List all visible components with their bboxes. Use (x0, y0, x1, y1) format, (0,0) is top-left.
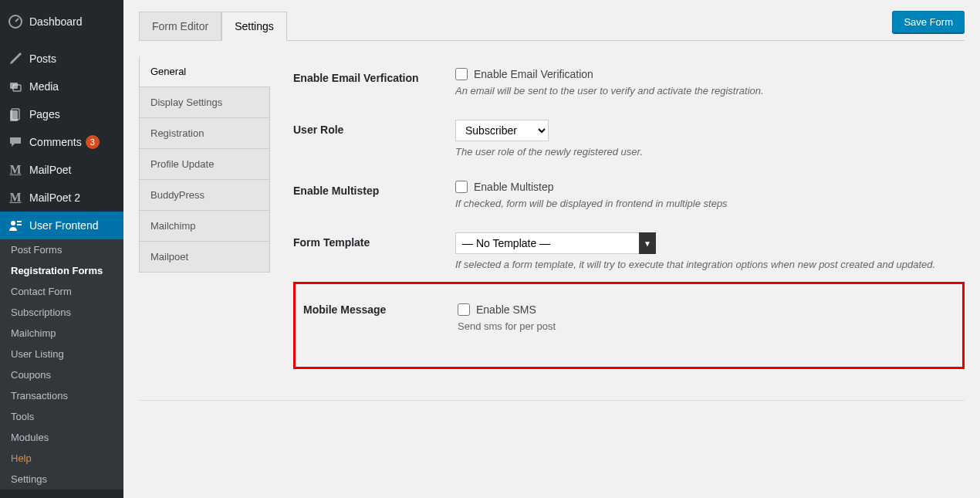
top-tabs: Form Editor Settings (139, 11, 965, 41)
tab-settings[interactable]: Settings (221, 12, 287, 41)
checkbox-multistep-text: Enable Multistep (474, 181, 554, 193)
sidebar-sub-subscriptions[interactable]: Subscriptions (0, 302, 123, 323)
desc-email-verification: An email will be sent to the user to ver… (455, 85, 957, 97)
sidebar-item-media[interactable]: Media (0, 73, 123, 100)
desc-form-template: If selected a form template, it will try… (455, 259, 957, 270)
label-multistep: Enable Multistep (293, 169, 448, 221)
pages-icon (8, 107, 23, 122)
sidebar-item-label: User Frontend (29, 219, 98, 232)
sidebar-item-label: MailPoet (29, 164, 71, 176)
sidebar-item-label: Pages (29, 108, 60, 120)
comments-icon (8, 134, 23, 150)
settings-panel: Enable Email Verfication Enable Email Ve… (270, 56, 965, 369)
admin-sidebar: Dashboard Posts Media Pages Comments (0, 0, 123, 498)
sidebar-sub-user-listing[interactable]: User Listing (0, 344, 123, 364)
vtab-registration[interactable]: Registration (139, 117, 270, 149)
tab-form-editor[interactable]: Form Editor (139, 12, 221, 41)
desc-mobile-message: Send sms for per post (458, 320, 955, 332)
mailpoet-icon: M (8, 162, 23, 178)
checkbox-sms-text: Enable SMS (476, 303, 536, 316)
sidebar-item-label: Media (29, 80, 59, 93)
sidebar-item-mailpoet[interactable]: M MailPoet (0, 156, 123, 184)
select-form-template[interactable]: — No Template — (455, 232, 656, 254)
label-user-role: User Role (293, 108, 448, 169)
sidebar-item-label: Comments (29, 136, 82, 148)
sidebar-item-posts[interactable]: Posts (0, 45, 123, 73)
svg-rect-4 (10, 110, 18, 121)
sidebar-sub-contact-form[interactable]: Contact Form (0, 281, 123, 302)
label-email-verification: Enable Email Verfication (293, 56, 448, 108)
sidebar-sub-help[interactable]: Help (0, 448, 123, 469)
select-user-role[interactable]: Subscriber (455, 120, 549, 141)
sidebar-item-label: Posts (29, 53, 56, 65)
posts-icon (8, 51, 23, 66)
desc-multistep: If checked, form will be displayed in fr… (455, 198, 957, 209)
dashboard-icon (8, 14, 23, 29)
checkbox-sms-label[interactable]: Enable SMS (458, 303, 955, 316)
comments-badge: 3 (86, 135, 100, 149)
sidebar-sub-tools[interactable]: Tools (0, 406, 123, 427)
vtab-profile-update[interactable]: Profile Update (139, 148, 270, 180)
sidebar-sub-post-forms[interactable]: Post Forms (0, 239, 123, 260)
svg-rect-6 (17, 221, 22, 222)
save-form-button[interactable]: Save Form (892, 11, 965, 33)
checkbox-sms[interactable] (458, 303, 470, 316)
sidebar-item-dashboard[interactable]: Dashboard (0, 8, 123, 36)
svg-point-5 (11, 221, 15, 225)
label-mobile-message: Mobile Message (296, 284, 450, 367)
sidebar-item-pages[interactable]: Pages (0, 100, 123, 128)
checkbox-multistep[interactable] (455, 181, 468, 193)
sidebar-item-comments[interactable]: Comments 3 (0, 128, 123, 156)
sidebar-sub-modules[interactable]: Modules (0, 427, 123, 448)
checkbox-email-verification-label[interactable]: Enable Email Verification (455, 68, 957, 80)
highlighted-section: Mobile Message Enable SMS Send sms for p… (293, 282, 965, 369)
desc-user-role: The user role of the newly registered us… (455, 146, 957, 158)
sidebar-item-label: MailPoet 2 (29, 191, 80, 204)
vtab-display-settings[interactable]: Display Settings (139, 86, 270, 118)
settings-vertical-tabs: General Display Settings Registration Pr… (139, 56, 270, 369)
sidebar-sub-mailchimp[interactable]: Mailchimp (0, 323, 123, 344)
mailpoet-icon: M (8, 190, 23, 205)
sidebar-item-mailpoet2[interactable]: M MailPoet 2 (0, 184, 123, 212)
sidebar-item-user-frontend[interactable]: User Frontend (0, 212, 123, 239)
sidebar-item-label: Dashboard (29, 15, 83, 28)
sidebar-sub-coupons[interactable]: Coupons (0, 364, 123, 385)
vtab-mailchimp[interactable]: Mailchimp (139, 210, 270, 242)
checkbox-email-verification-text: Enable Email Verification (474, 68, 593, 80)
sidebar-sub-settings[interactable]: Settings (0, 469, 123, 490)
sidebar-sub-registration-forms[interactable]: Registration Forms (0, 260, 123, 281)
media-icon (8, 79, 23, 94)
checkbox-multistep-label[interactable]: Enable Multistep (455, 181, 957, 193)
label-form-template: Form Template (293, 221, 448, 282)
main-content: Save Form Form Editor Settings General D… (123, 0, 980, 498)
checkbox-email-verification[interactable] (455, 68, 468, 80)
svg-rect-7 (17, 224, 22, 225)
user-frontend-icon (8, 218, 23, 233)
sidebar-sub-transactions[interactable]: Transactions (0, 385, 123, 406)
vtab-general[interactable]: General (139, 56, 270, 87)
vtab-mailpoet[interactable]: Mailpoet (139, 241, 270, 273)
vtab-buddypress[interactable]: BuddyPress (139, 179, 270, 211)
svg-rect-1 (10, 83, 18, 89)
